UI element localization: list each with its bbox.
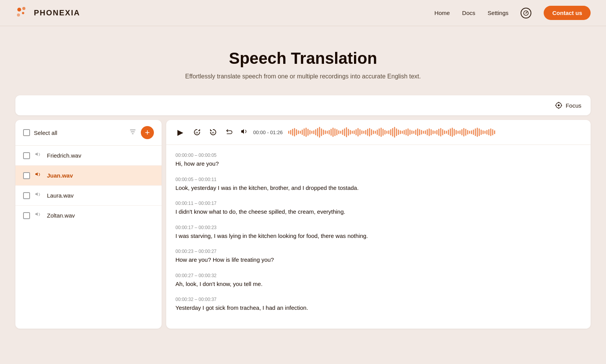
waveform-bar: [331, 129, 332, 136]
transcript-time: 00:00:17 – 00:00:23: [175, 225, 581, 230]
transcript-entry: 00:00:23 – 00:00:27 How are you? How is …: [175, 249, 581, 264]
waveform-bar: [459, 130, 461, 134]
logo-text: PHONEXIA: [34, 8, 80, 17]
waveform-bar: [471, 130, 472, 134]
waveform-bar: [398, 130, 399, 135]
nav-docs[interactable]: Docs: [462, 10, 475, 16]
waveform-bar: [298, 130, 299, 134]
waveform-bar: [384, 130, 386, 135]
waveform-bar: [296, 129, 297, 135]
waveform-bar: [359, 129, 361, 135]
file-name: Juan.wav: [47, 172, 73, 179]
page-title: Speech Translation: [15, 49, 591, 68]
list-actions: +: [129, 126, 154, 139]
waveform-bar: [340, 131, 341, 134]
focus-label: Focus: [566, 102, 581, 109]
waveform-bar: [369, 128, 370, 136]
waveform-bar: [432, 130, 434, 134]
waveform-bar: [394, 127, 395, 138]
rewind-button[interactable]: 10: [192, 127, 202, 138]
waveform-bar: [302, 130, 303, 135]
transcript-text: I didn't know what to do, the cheese spi…: [175, 208, 581, 216]
waveform-bar: [306, 128, 307, 137]
list-header: Select all +: [15, 120, 162, 146]
filter-icon[interactable]: [129, 128, 136, 137]
play-button[interactable]: ▶: [174, 126, 186, 138]
logo-icon: [15, 6, 30, 20]
waveform-bar: [311, 131, 312, 134]
logo: PHONEXIA: [15, 6, 80, 20]
waveform-bar: [350, 130, 351, 135]
transcript-text: I was starving, I was lying in the kitch…: [175, 232, 581, 241]
file-checkbox[interactable]: [23, 212, 30, 219]
file-item[interactable]: Zoltan.wav: [15, 206, 162, 225]
nav-home[interactable]: Home: [434, 10, 450, 16]
focus-icon: [555, 101, 563, 109]
main-content: Speech Translation Effortlessly translat…: [0, 26, 606, 344]
waveform-bar: [334, 128, 336, 136]
transcript-entry: 00:00:05 – 00:00:11 Look, yesterday I wa…: [175, 177, 581, 193]
select-all-checkbox[interactable]: [23, 129, 30, 136]
waveform-bar: [488, 129, 489, 135]
waveform-bar: [490, 128, 491, 136]
waveform-bar: [475, 128, 476, 136]
file-list: Friedrich.wav Juan.wav Laura.wav Zolta: [15, 146, 162, 225]
svg-text:10: 10: [212, 131, 214, 134]
waveform-bar: [319, 127, 320, 138]
svg-point-3: [22, 12, 24, 14]
time-label: 00:00 - 01:26: [253, 130, 283, 135]
header: PHONEXIA Home Docs Settings Contact us: [0, 0, 606, 26]
waveform-bar: [492, 129, 493, 135]
nav-settings[interactable]: Settings: [487, 10, 508, 16]
waveform-bar: [309, 130, 311, 135]
waveform-bar: [346, 127, 347, 137]
file-list-panel: Select all +: [15, 120, 162, 329]
waveform-bar: [457, 131, 459, 134]
svg-point-2: [17, 13, 20, 17]
file-checkbox[interactable]: [23, 152, 30, 159]
page-subtitle: Effortlessly translate speech from one o…: [15, 73, 591, 80]
waveform-bar: [473, 130, 474, 135]
waveform-bar: [452, 128, 453, 137]
file-checkbox[interactable]: [23, 172, 30, 179]
file-name: Friedrich.wav: [47, 152, 81, 159]
waveform-bar: [419, 129, 420, 135]
waveform-bar: [292, 129, 293, 136]
file-item[interactable]: Laura.wav: [15, 186, 162, 206]
toolbar-card: Focus: [15, 95, 591, 115]
transcript-entry: 00:00:11 – 00:00:17 I didn't know what t…: [175, 201, 581, 216]
waveform-bar: [409, 130, 411, 135]
waveform-bar: [379, 128, 380, 136]
transcript-time: 00:00:23 – 00:00:27: [175, 249, 581, 254]
file-item[interactable]: Friedrich.wav: [15, 146, 162, 166]
speed-icon[interactable]: [521, 8, 531, 18]
loop-button[interactable]: [224, 127, 235, 138]
waveform: [288, 125, 583, 139]
focus-button[interactable]: Focus: [555, 101, 581, 109]
waveform-bar: [442, 129, 443, 135]
waveform-bar: [304, 128, 305, 136]
panels: Select all +: [15, 120, 591, 329]
add-file-button[interactable]: +: [141, 126, 154, 139]
transcript-time: 00:00:05 – 00:00:11: [175, 177, 581, 182]
waveform-bar: [431, 129, 432, 135]
transcript-entry: 00:00:00 – 00:00:05 Hi, how are you?: [175, 153, 581, 168]
waveform-bar: [307, 129, 309, 136]
waveform-bar: [436, 130, 437, 135]
forward-button[interactable]: 10: [208, 127, 219, 138]
file-checkbox[interactable]: [23, 192, 30, 199]
waveform-bar: [392, 128, 393, 136]
waveform-bar: [354, 130, 355, 134]
audio-player: ▶ 10 10: [166, 120, 591, 145]
volume-icon[interactable]: [240, 128, 248, 137]
waveform-bar: [356, 129, 357, 135]
waveform-bar: [290, 130, 291, 135]
waveform-bar: [288, 131, 289, 134]
transcript-text: Ah, look, I don't know, you tell me.: [175, 280, 581, 289]
waveform-bar: [382, 129, 384, 136]
speaker-icon: [35, 191, 42, 200]
waveform-bar: [446, 131, 447, 134]
contact-button[interactable]: Contact us: [544, 6, 591, 20]
waveform-bar: [465, 129, 466, 136]
file-item[interactable]: Juan.wav: [15, 166, 162, 186]
